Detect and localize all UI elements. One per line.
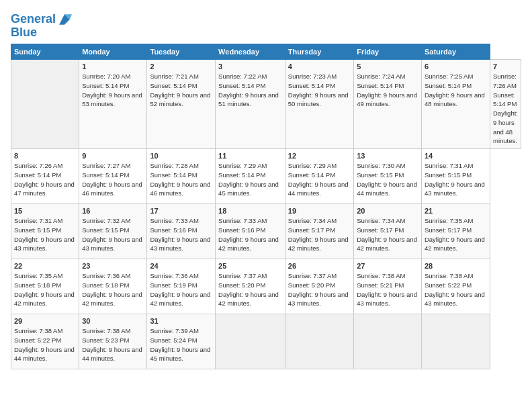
day-info: Sunrise: 7:31 AMSunset: 5:15 PMDaylight:… bbox=[425, 161, 487, 198]
calendar-cell: 27Sunrise: 7:38 AMSunset: 5:21 PMDayligh… bbox=[354, 259, 422, 314]
logo-icon bbox=[57, 12, 72, 27]
calendar-week-1: 1Sunrise: 7:20 AMSunset: 5:14 PMDaylight… bbox=[11, 60, 521, 149]
day-number: 12 bbox=[288, 152, 351, 160]
day-info: Sunrise: 7:25 AMSunset: 5:14 PMDaylight:… bbox=[425, 72, 487, 109]
calendar-cell: 24Sunrise: 7:36 AMSunset: 5:19 PMDayligh… bbox=[147, 259, 216, 314]
calendar-table: SundayMondayTuesdayWednesdayThursdayFrid… bbox=[11, 44, 521, 369]
calendar-cell: 26Sunrise: 7:37 AMSunset: 5:20 PMDayligh… bbox=[285, 259, 353, 314]
calendar-cell: 10Sunrise: 7:28 AMSunset: 5:14 PMDayligh… bbox=[147, 149, 216, 204]
calendar-cell: 18Sunrise: 7:33 AMSunset: 5:16 PMDayligh… bbox=[216, 204, 285, 259]
day-number: 14 bbox=[425, 152, 487, 160]
day-info: Sunrise: 7:37 AMSunset: 5:20 PMDaylight:… bbox=[218, 271, 282, 308]
day-info: Sunrise: 7:33 AMSunset: 5:16 PMDaylight:… bbox=[218, 216, 282, 253]
day-number: 11 bbox=[218, 152, 282, 160]
calendar-cell bbox=[354, 314, 422, 369]
day-info: Sunrise: 7:34 AMSunset: 5:17 PMDaylight:… bbox=[288, 216, 351, 253]
empty-cell bbox=[11, 60, 79, 149]
day-info: Sunrise: 7:27 AMSunset: 5:14 PMDaylight:… bbox=[82, 161, 144, 198]
day-number: 5 bbox=[357, 62, 418, 71]
day-number: 20 bbox=[357, 207, 418, 215]
day-info: Sunrise: 7:35 AMSunset: 5:17 PMDaylight:… bbox=[425, 216, 487, 253]
calendar-cell bbox=[285, 314, 353, 369]
calendar-cell: 2Sunrise: 7:21 AMSunset: 5:14 PMDaylight… bbox=[147, 60, 216, 149]
day-number: 22 bbox=[14, 262, 76, 270]
day-info: Sunrise: 7:21 AMSunset: 5:14 PMDaylight:… bbox=[150, 72, 212, 109]
calendar-cell: 7Sunrise: 7:26 AMSunset: 5:14 PMDaylight… bbox=[490, 60, 521, 149]
calendar-cell: 29Sunrise: 7:38 AMSunset: 5:22 PMDayligh… bbox=[11, 314, 79, 369]
day-number: 21 bbox=[425, 207, 487, 215]
day-number: 3 bbox=[218, 62, 282, 71]
calendar-week-5: 29Sunrise: 7:38 AMSunset: 5:22 PMDayligh… bbox=[11, 314, 521, 369]
day-number: 15 bbox=[14, 207, 76, 215]
calendar-cell: 17Sunrise: 7:33 AMSunset: 5:16 PMDayligh… bbox=[147, 204, 216, 259]
day-info: Sunrise: 7:38 AMSunset: 5:23 PMDaylight:… bbox=[82, 326, 144, 363]
day-info: Sunrise: 7:38 AMSunset: 5:22 PMDaylight:… bbox=[14, 326, 76, 363]
calendar-cell bbox=[216, 314, 285, 369]
day-number: 27 bbox=[357, 262, 418, 270]
day-number: 24 bbox=[150, 262, 212, 270]
day-number: 19 bbox=[288, 207, 351, 215]
calendar-body: 1Sunrise: 7:20 AMSunset: 5:14 PMDaylight… bbox=[11, 60, 521, 369]
day-info: Sunrise: 7:33 AMSunset: 5:16 PMDaylight:… bbox=[150, 216, 212, 253]
dow-header-friday: Friday bbox=[354, 44, 422, 60]
day-info: Sunrise: 7:29 AMSunset: 5:14 PMDaylight:… bbox=[288, 161, 351, 198]
calendar-cell: 12Sunrise: 7:29 AMSunset: 5:14 PMDayligh… bbox=[285, 149, 353, 204]
day-info: Sunrise: 7:31 AMSunset: 5:15 PMDaylight:… bbox=[14, 216, 76, 253]
day-info: Sunrise: 7:37 AMSunset: 5:20 PMDaylight:… bbox=[288, 271, 351, 308]
calendar-cell: 16Sunrise: 7:32 AMSunset: 5:15 PMDayligh… bbox=[79, 204, 147, 259]
day-number: 29 bbox=[14, 317, 76, 325]
day-info: Sunrise: 7:26 AMSunset: 5:14 PMDaylight:… bbox=[493, 72, 518, 146]
day-info: Sunrise: 7:26 AMSunset: 5:14 PMDaylight:… bbox=[14, 161, 76, 198]
day-number: 9 bbox=[82, 152, 144, 160]
day-info: Sunrise: 7:34 AMSunset: 5:17 PMDaylight:… bbox=[357, 216, 418, 253]
day-info: Sunrise: 7:23 AMSunset: 5:14 PMDaylight:… bbox=[288, 72, 351, 109]
calendar-cell bbox=[421, 314, 490, 369]
calendar-cell: 6Sunrise: 7:25 AMSunset: 5:14 PMDaylight… bbox=[421, 60, 490, 149]
calendar-cell: 15Sunrise: 7:31 AMSunset: 5:15 PMDayligh… bbox=[11, 204, 79, 259]
calendar-cell: 9Sunrise: 7:27 AMSunset: 5:14 PMDaylight… bbox=[79, 149, 147, 204]
day-number: 30 bbox=[82, 317, 144, 325]
day-info: Sunrise: 7:28 AMSunset: 5:14 PMDaylight:… bbox=[150, 161, 212, 198]
days-of-week-row: SundayMondayTuesdayWednesdayThursdayFrid… bbox=[11, 44, 521, 60]
day-info: Sunrise: 7:38 AMSunset: 5:22 PMDaylight:… bbox=[425, 271, 487, 308]
day-info: Sunrise: 7:36 AMSunset: 5:18 PMDaylight:… bbox=[82, 271, 144, 308]
calendar-cell: 1Sunrise: 7:20 AMSunset: 5:14 PMDaylight… bbox=[79, 60, 147, 149]
calendar-cell: 28Sunrise: 7:38 AMSunset: 5:22 PMDayligh… bbox=[421, 259, 490, 314]
calendar-cell: 11Sunrise: 7:29 AMSunset: 5:14 PMDayligh… bbox=[216, 149, 285, 204]
day-info: Sunrise: 7:24 AMSunset: 5:14 PMDaylight:… bbox=[357, 72, 418, 109]
calendar-cell: 4Sunrise: 7:23 AMSunset: 5:14 PMDaylight… bbox=[285, 60, 353, 149]
calendar-cell: 19Sunrise: 7:34 AMSunset: 5:17 PMDayligh… bbox=[285, 204, 353, 259]
day-info: Sunrise: 7:29 AMSunset: 5:14 PMDaylight:… bbox=[218, 161, 282, 198]
calendar-cell: 31Sunrise: 7:39 AMSunset: 5:24 PMDayligh… bbox=[147, 314, 216, 369]
dow-header-tuesday: Tuesday bbox=[147, 44, 216, 60]
day-number: 10 bbox=[150, 152, 212, 160]
day-number: 28 bbox=[425, 262, 487, 270]
calendar-week-4: 22Sunrise: 7:35 AMSunset: 5:18 PMDayligh… bbox=[11, 259, 521, 314]
logo: General Blue bbox=[11, 12, 72, 40]
calendar-cell: 13Sunrise: 7:30 AMSunset: 5:15 PMDayligh… bbox=[354, 149, 422, 204]
day-info: Sunrise: 7:35 AMSunset: 5:18 PMDaylight:… bbox=[14, 271, 76, 308]
calendar-cell: 25Sunrise: 7:37 AMSunset: 5:20 PMDayligh… bbox=[216, 259, 285, 314]
day-number: 23 bbox=[82, 262, 144, 270]
day-number: 18 bbox=[218, 207, 282, 215]
day-number: 4 bbox=[288, 62, 351, 71]
day-number: 16 bbox=[82, 207, 144, 215]
dow-header-monday: Monday bbox=[79, 44, 147, 60]
dow-header-saturday: Saturday bbox=[421, 44, 490, 60]
calendar-cell: 30Sunrise: 7:38 AMSunset: 5:23 PMDayligh… bbox=[79, 314, 147, 369]
day-number: 13 bbox=[357, 152, 418, 160]
calendar-cell: 3Sunrise: 7:22 AMSunset: 5:14 PMDaylight… bbox=[216, 60, 285, 149]
day-number: 25 bbox=[218, 262, 282, 270]
day-info: Sunrise: 7:36 AMSunset: 5:19 PMDaylight:… bbox=[150, 271, 212, 308]
calendar-cell: 21Sunrise: 7:35 AMSunset: 5:17 PMDayligh… bbox=[421, 204, 490, 259]
calendar-cell: 5Sunrise: 7:24 AMSunset: 5:14 PMDaylight… bbox=[354, 60, 422, 149]
logo-text: General bbox=[11, 13, 56, 26]
dow-header-wednesday: Wednesday bbox=[216, 44, 285, 60]
day-info: Sunrise: 7:38 AMSunset: 5:21 PMDaylight:… bbox=[357, 271, 418, 308]
calendar-cell: 8Sunrise: 7:26 AMSunset: 5:14 PMDaylight… bbox=[11, 149, 79, 204]
calendar-cell: 20Sunrise: 7:34 AMSunset: 5:17 PMDayligh… bbox=[354, 204, 422, 259]
day-number: 1 bbox=[82, 62, 144, 71]
day-number: 26 bbox=[288, 262, 351, 270]
calendar-week-3: 15Sunrise: 7:31 AMSunset: 5:15 PMDayligh… bbox=[11, 204, 521, 259]
dow-header-sunday: Sunday bbox=[11, 44, 79, 60]
